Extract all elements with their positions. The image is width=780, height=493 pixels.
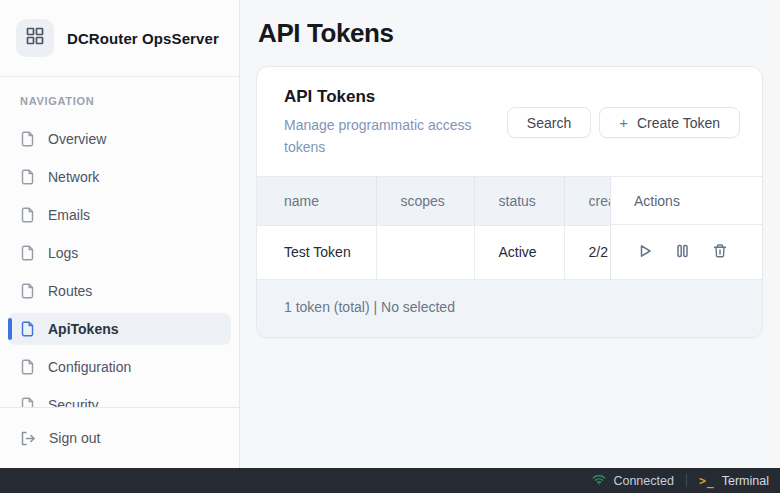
signout-label: Sign out [49, 430, 100, 446]
create-token-button[interactable]: + Create Token [599, 107, 740, 138]
column-header-scopes[interactable]: scopes [376, 177, 474, 225]
nav-section-label: NAVIGATION [20, 95, 219, 107]
logout-icon [20, 431, 36, 446]
sidebar-item-label: Overview [48, 131, 106, 147]
search-button-label: Search [527, 115, 571, 131]
actions-column: Actions [610, 177, 762, 279]
brand-name: DCRouter OpsServer [67, 30, 219, 47]
cell-status: Active [474, 225, 564, 279]
card-actions: Search + Create Token [507, 107, 740, 138]
column-header-actions: Actions [611, 177, 762, 225]
sidebar-item-overview[interactable]: Overview [8, 123, 231, 155]
tokens-table: name scopes status created Test Token Ac… [257, 176, 762, 279]
row-actions [611, 225, 762, 279]
main-content: API Tokens API Tokens Manage programmati… [240, 0, 780, 468]
create-token-label: Create Token [637, 115, 720, 131]
pause-button[interactable] [675, 243, 690, 262]
document-icon [20, 359, 35, 375]
sidebar-item-network[interactable]: Network [8, 161, 231, 193]
signout-button[interactable]: Sign out [8, 422, 231, 454]
sidebar-item-label: Configuration [48, 359, 131, 375]
brand: DCRouter OpsServer [0, 0, 239, 77]
sidebar-item-label: ApiTokens [48, 321, 119, 337]
pause-icon [675, 243, 690, 262]
app-logo [16, 19, 54, 57]
page-title: API Tokens [258, 18, 763, 49]
connection-status[interactable]: Connected [592, 474, 673, 488]
document-icon [20, 169, 35, 185]
plus-icon: + [619, 114, 628, 131]
document-icon [20, 283, 35, 299]
column-header-name[interactable]: name [257, 177, 376, 225]
trash-icon [712, 243, 728, 262]
sidebar: DCRouter OpsServer NAVIGATION Overview N… [0, 0, 240, 468]
wifi-icon [592, 474, 606, 488]
sidebar-item-apitokens[interactable]: ApiTokens [8, 313, 231, 345]
search-button[interactable]: Search [507, 107, 591, 138]
nav-list: Overview Network Emails Logs Routes [0, 123, 239, 421]
sidebar-item-label: Logs [48, 245, 78, 261]
card-header: API Tokens Manage programmatic access to… [257, 67, 762, 176]
sidebar-item-label: Routes [48, 283, 92, 299]
sidebar-item-emails[interactable]: Emails [8, 199, 231, 231]
grid-icon [25, 26, 45, 50]
play-button[interactable] [637, 243, 653, 262]
signout-section: Sign out [0, 407, 239, 468]
card-title: API Tokens [284, 87, 499, 107]
terminal-icon: >_ [699, 474, 715, 488]
play-icon [637, 243, 653, 262]
terminal-button[interactable]: >_ Terminal [699, 474, 769, 488]
sidebar-item-logs[interactable]: Logs [8, 237, 231, 269]
connection-status-label: Connected [613, 474, 673, 488]
delete-button[interactable] [712, 243, 728, 262]
sidebar-item-label: Network [48, 169, 99, 185]
table-summary: 1 token (total) | No selected [257, 279, 762, 337]
status-bar: Connected >_ Terminal [0, 468, 780, 493]
sidebar-item-configuration[interactable]: Configuration [8, 351, 231, 383]
cell-name: Test Token [257, 225, 376, 279]
card-subtitle: Manage programmatic access tokens [284, 114, 499, 158]
document-icon [20, 131, 35, 147]
api-tokens-card: API Tokens Manage programmatic access to… [256, 66, 763, 338]
card-title-block: API Tokens Manage programmatic access to… [284, 87, 499, 158]
document-icon [20, 245, 35, 261]
column-header-status[interactable]: status [474, 177, 564, 225]
sidebar-item-routes[interactable]: Routes [8, 275, 231, 307]
cell-scopes [376, 225, 474, 279]
sidebar-item-label: Emails [48, 207, 90, 223]
document-icon [20, 321, 35, 337]
document-icon [20, 207, 35, 223]
terminal-label: Terminal [722, 474, 769, 488]
statusbar-separator [686, 474, 687, 487]
